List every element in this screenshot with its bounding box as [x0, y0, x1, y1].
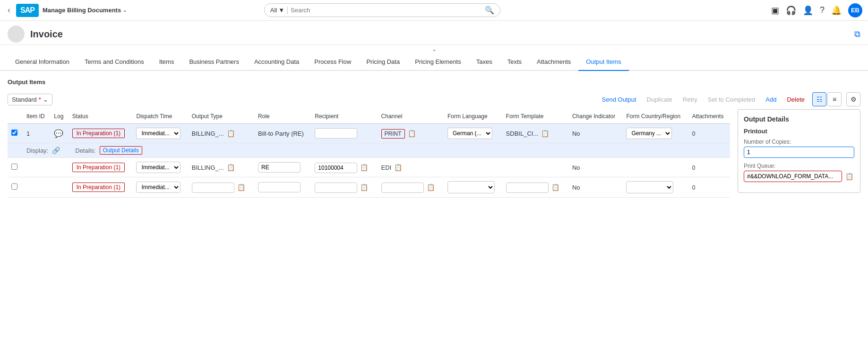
tab-items[interactable]: Items [152, 53, 182, 71]
copies-input[interactable] [744, 147, 854, 158]
app-title-caret[interactable]: ⌄ [123, 8, 127, 13]
person-icon[interactable]: 👤 [803, 5, 813, 16]
row2-log [50, 158, 68, 177]
display-label: Display: [26, 147, 48, 154]
row2-output-type: BILLING_... 📋 [188, 158, 254, 177]
row2-output-type-copy[interactable]: 📋 [225, 162, 236, 173]
search-icon[interactable]: 🔍 [485, 6, 494, 15]
app-title: Manage Billing Documents ⌄ [43, 7, 127, 14]
share-icon[interactable]: ⧉ [854, 29, 860, 39]
details-label: Details: [75, 147, 95, 154]
col-form-template: Form Template [502, 109, 568, 124]
col-role: Role [254, 109, 311, 124]
row2-attachments: 0 [688, 158, 730, 177]
search-scope[interactable]: All ▼ [270, 7, 284, 14]
row2-form-country [622, 158, 688, 177]
row3-form-template: 📋 [502, 177, 568, 198]
send-output-button[interactable]: Send Output [599, 94, 639, 105]
row1-form-template-copy[interactable]: 📋 [540, 128, 550, 139]
search-input[interactable] [291, 7, 482, 14]
row3-output-type-input[interactable] [192, 183, 234, 193]
row2-channel-copy[interactable]: 📋 [393, 162, 404, 173]
table-container: Item ID Log Status Dispatch Time Output … [0, 109, 738, 200]
tab-terms-conditions[interactable]: Terms and Conditions [77, 53, 152, 71]
tab-nav: General Information Terms and Conditions… [0, 53, 868, 71]
row3-recipient-input[interactable] [315, 183, 357, 193]
row2-status-badge[interactable]: In Preparation (1) [72, 163, 125, 172]
tab-texts[interactable]: Texts [500, 53, 529, 71]
print-queue-input[interactable] [744, 171, 842, 182]
row3-role-input[interactable] [258, 182, 301, 192]
row1-change-indicator: No [568, 124, 623, 143]
row3-form-country-select[interactable] [626, 181, 673, 193]
delete-button[interactable]: Delete [784, 94, 808, 105]
row3-dispatch-select[interactable]: Immediat... [136, 182, 180, 193]
retry-button[interactable]: Retry [680, 94, 700, 105]
row3-checkbox-cell [8, 177, 23, 198]
row2-recipient-input[interactable] [315, 163, 357, 173]
copies-label: Number of Copies: [744, 139, 854, 145]
grid-icon[interactable]: ▣ [771, 5, 779, 16]
col-dispatch-time: Dispatch Time [132, 109, 188, 124]
row-details: Display: 🔗 Details: Output Details [26, 145, 726, 156]
row3-form-template-input[interactable] [506, 183, 549, 193]
side-panel-title: Output Details [744, 115, 854, 123]
tab-business-partners[interactable]: Business Partners [181, 53, 247, 71]
compact-view-button[interactable]: ≡ [827, 92, 842, 106]
set-to-completed-button[interactable]: Set to Completed [705, 94, 758, 105]
row3-role [254, 177, 311, 198]
tab-general-information[interactable]: General Information [8, 53, 77, 71]
row3-output-type-copy[interactable]: 📋 [236, 182, 246, 192]
tab-taxes[interactable]: Taxes [469, 53, 500, 71]
row3-channel-input[interactable] [381, 183, 424, 193]
row2-form-language [444, 158, 502, 177]
row3-form-language-select[interactable] [447, 181, 495, 193]
help-icon[interactable]: ? [820, 5, 825, 15]
display-link-icon[interactable]: 🔗 [52, 147, 60, 154]
tab-output-items[interactable]: Output Items [578, 53, 628, 71]
row3-form-country [622, 177, 688, 198]
print-queue-copy[interactable]: 📋 [844, 171, 854, 182]
print-queue-label: Print Queue: [744, 163, 854, 169]
row2-recipient-copy[interactable]: 📋 [359, 162, 370, 173]
expanded-detail-cell: Display: 🔗 Details: Output Details [8, 143, 730, 158]
row3-status-badge[interactable]: In Preparation (1) [72, 183, 125, 192]
row1-form-language-select[interactable]: German (... [447, 128, 492, 139]
row2-dispatch-select[interactable]: Immediat... [136, 162, 180, 173]
add-button[interactable]: Add [763, 94, 779, 105]
row1-dispatch-select[interactable]: Immediat... [136, 128, 180, 139]
tab-accounting-data[interactable]: Accounting Data [247, 53, 307, 71]
row1-checkbox[interactable] [11, 130, 17, 136]
back-button[interactable]: ‹ [6, 3, 12, 17]
col-attachments: Attachments [688, 109, 730, 124]
row1-output-type-copy[interactable]: 📋 [225, 128, 236, 139]
row3-status-cell: In Preparation (1) [69, 177, 133, 198]
headphone-icon[interactable]: 🎧 [786, 5, 796, 16]
duplicate-button[interactable]: Duplicate [644, 94, 675, 105]
list-view-button[interactable]: ☷ [812, 92, 826, 106]
collapse-button[interactable]: ⌄ [432, 46, 437, 52]
row3-channel-copy[interactable]: 📋 [425, 182, 436, 192]
row3-recipient-copy[interactable]: 📋 [359, 182, 370, 192]
tab-process-flow[interactable]: Process Flow [307, 53, 359, 71]
row2-checkbox[interactable] [11, 164, 17, 170]
settings-button[interactable]: ⚙ [846, 92, 860, 106]
view-selector[interactable]: Standard * ⌄ [8, 94, 52, 105]
avatar [8, 26, 25, 43]
row3-checkbox[interactable] [11, 183, 17, 190]
row1-log-icon[interactable]: 💬 [54, 130, 63, 138]
row3-form-template-copy[interactable]: 📋 [550, 182, 560, 192]
row1-form-country-select[interactable]: Germany ... [626, 128, 672, 139]
row2-role-input[interactable] [258, 162, 301, 173]
tab-pricing-elements[interactable]: Pricing Elements [407, 53, 469, 71]
user-avatar[interactable]: EB [848, 3, 862, 17]
row1-status-badge[interactable]: In Preparation (1) [72, 129, 125, 138]
bell-icon[interactable]: 🔔 [831, 5, 842, 16]
topbar-left: ‹ SAP Manage Billing Documents ⌄ [6, 3, 127, 17]
tab-pricing-data[interactable]: Pricing Data [359, 53, 407, 71]
row2-role [254, 158, 311, 177]
row1-recipient-input[interactable] [315, 128, 357, 139]
output-details-link[interactable]: Output Details [100, 146, 142, 155]
tab-attachments[interactable]: Attachments [529, 53, 578, 71]
row1-channel-copy[interactable]: 📋 [406, 128, 417, 139]
